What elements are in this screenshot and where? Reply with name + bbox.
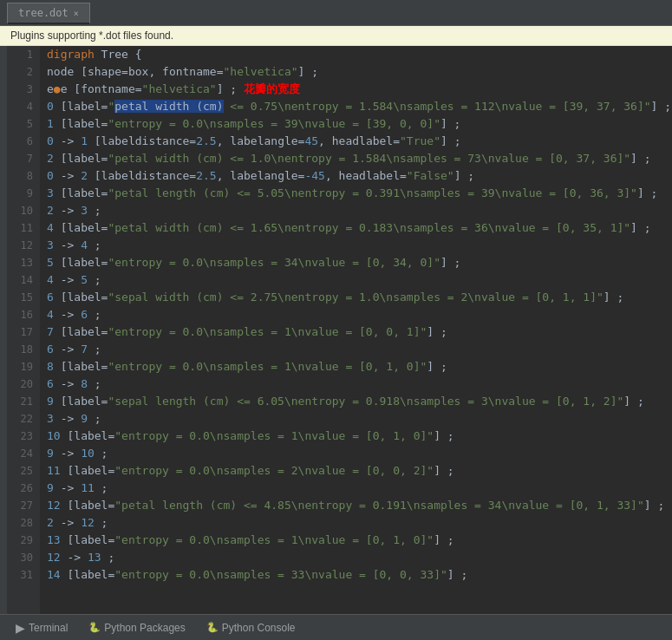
code-line: 4 -> 5 ; xyxy=(47,271,672,289)
code-line: 8 [label="entropy = 0.0\nsamples = 1\nva… xyxy=(47,358,672,376)
python-packages-label: Python Packages xyxy=(104,622,185,634)
editor-wrapper: 1 2 3 4 5 6 7 8 9 10 11 12 13 14 15 16 1… xyxy=(0,46,672,614)
code-line: 9 -> 10 ; xyxy=(47,445,672,462)
code-line: digraph Tree { xyxy=(47,46,672,63)
code-line: 7 [label="entropy = 0.0\nsamples = 1\nva… xyxy=(47,323,672,341)
code-line: 3 -> 9 ; xyxy=(47,410,672,428)
file-tab[interactable]: tree.dot × xyxy=(7,3,90,24)
left-gutter xyxy=(0,46,7,614)
terminal-tab[interactable]: ▶ Terminal xyxy=(7,619,76,637)
python-console-label: Python Console xyxy=(222,622,296,634)
editor[interactable]: 1 2 3 4 5 6 7 8 9 10 11 12 13 14 15 16 1… xyxy=(7,46,672,614)
code-line: 14 [label="entropy = 0.0\nsamples = 33\n… xyxy=(47,566,672,584)
code-area[interactable]: digraph Tree { node [shape=box, fontname… xyxy=(40,46,672,614)
code-line: 2 -> 3 ; xyxy=(47,202,672,219)
bottom-bar: ▶ Terminal 🐍 Python Packages 🐍 Python Co… xyxy=(0,614,672,640)
code-line: 4 -> 6 ; xyxy=(47,306,672,323)
code-line: 13 [label="entropy = 0.0\nsamples = 1\nv… xyxy=(47,532,672,549)
python-packages-icon: 🐍 xyxy=(88,622,101,633)
code-line: 10 [label="entropy = 0.0\nsamples = 1\nv… xyxy=(47,428,672,445)
tab-close-icon[interactable]: × xyxy=(74,9,79,18)
code-line: 0 [label="petal width (cm) <= 0.75\nentr… xyxy=(47,98,672,115)
code-line: 9 [label="sepal length (cm) <= 6.05\nent… xyxy=(47,393,672,410)
code-line: 12 [label="petal length (cm) <= 4.85\nen… xyxy=(47,497,672,514)
code-line: 6 -> 7 ; xyxy=(47,341,672,358)
code-line: 5 [label="entropy = 0.0\nsamples = 34\nv… xyxy=(47,254,672,271)
code-line: 3 -> 4 ; xyxy=(47,237,672,254)
code-line: 6 -> 8 ; xyxy=(47,376,672,393)
code-line: 2 -> 12 ; xyxy=(47,514,672,532)
python-console-icon: 🐍 xyxy=(206,622,219,633)
code-line: 2 [label="petal width (cm) <= 1.0\nentro… xyxy=(47,150,672,167)
python-console-tab[interactable]: 🐍 Python Console xyxy=(198,620,304,636)
code-line: 11 [label="entropy = 0.0\nsamples = 2\nv… xyxy=(47,462,672,480)
terminal-label: Terminal xyxy=(29,622,68,634)
code-line: 1 [label="entropy = 0.0\nsamples = 39\nv… xyxy=(47,115,672,133)
python-packages-tab[interactable]: 🐍 Python Packages xyxy=(80,620,193,636)
code-line: 0 -> 2 [labeldistance=2.5, labelangle=-4… xyxy=(47,167,672,185)
code-line: 9 -> 11 ; xyxy=(47,480,672,497)
plugin-notice: Plugins supporting *.dot files found. xyxy=(0,26,672,46)
line-numbers: 1 2 3 4 5 6 7 8 9 10 11 12 13 14 15 16 1… xyxy=(7,46,40,614)
title-bar: tree.dot × xyxy=(0,0,672,26)
code-line: 12 -> 13 ; xyxy=(47,549,672,566)
code-line: e●e [fontname="helvetica"] ; 花瓣的宽度 xyxy=(47,81,672,98)
code-line: 0 -> 1 [labeldistance=2.5, labelangle=45… xyxy=(47,133,672,150)
tab-label: tree.dot xyxy=(18,7,69,19)
code-line: 4 [label="petal width (cm) <= 1.65\nentr… xyxy=(47,219,672,237)
terminal-icon: ▶ xyxy=(16,621,25,635)
code-line: node [shape=box, fontname="helvetica"] ; xyxy=(47,63,672,81)
code-line: 6 [label="sepal width (cm) <= 2.75\nentr… xyxy=(47,289,672,306)
code-line: 3 [label="petal length (cm) <= 5.05\nent… xyxy=(47,185,672,202)
